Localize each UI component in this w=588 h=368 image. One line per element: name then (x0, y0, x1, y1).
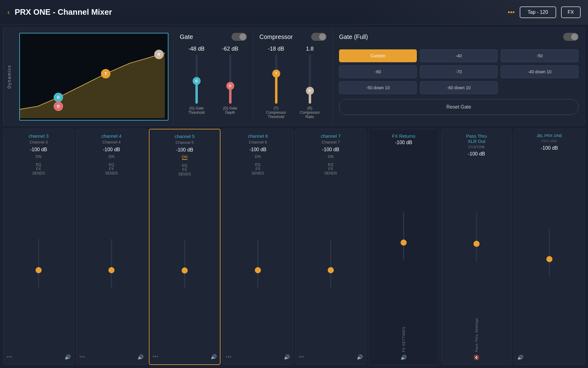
channel-4-mute-button[interactable]: 🔊 (138, 354, 144, 360)
jbl-fader-thumb[interactable] (546, 256, 552, 262)
channel-6-eq[interactable]: EQ (255, 163, 260, 167)
channel-4-fader[interactable] (107, 175, 116, 351)
gate-threshold-value: -48 dB (188, 46, 205, 52)
header-actions: ••• Tap - 120 FX (508, 6, 581, 18)
pass-thru-fader[interactable] (472, 159, 481, 316)
channel-7-mute-button[interactable]: 🔊 (357, 354, 363, 360)
svg-text:R: R (157, 52, 160, 57)
channel-5-fader-track (184, 239, 185, 288)
channel-5-fx[interactable]: FX (182, 168, 187, 172)
back-button[interactable]: ‹ (7, 8, 10, 17)
graph-canvas: G T D R (19, 33, 168, 121)
channel-7-dn[interactable]: DN (328, 154, 334, 159)
channel-5-fader[interactable] (180, 176, 189, 351)
dynamics-panel: Dynamics G T (3, 28, 585, 126)
gate-depth-thumb[interactable]: D (226, 82, 234, 90)
channel-5-mute-button[interactable]: 🔊 (211, 354, 217, 360)
dynamics-label: Dynamics (3, 28, 14, 125)
fx-returns-mute-button[interactable]: 🔊 (401, 355, 407, 360)
gate-full-section: Gate (Full) Custom -40 -50 -60 -70 -40 d… (333, 28, 585, 125)
preset-minus50-button[interactable]: -50 (501, 49, 579, 62)
tap-tempo-button[interactable]: Tap - 120 (520, 6, 556, 18)
channel-7-fader[interactable] (326, 175, 335, 351)
channel-3-fader[interactable] (34, 175, 43, 351)
gate-full-toggle[interactable] (563, 33, 579, 41)
gate-threshold-track[interactable]: G (195, 55, 198, 104)
compressor-toggle[interactable] (311, 33, 326, 41)
preset-minus70-button[interactable]: -70 (420, 65, 498, 78)
channel-6-mute-button[interactable]: 🔊 (284, 354, 290, 360)
channel-5-name: channel 5 (175, 134, 194, 139)
channel-6-more-button[interactable]: ••• (226, 354, 232, 360)
gate-full-header: Gate (Full) (339, 33, 579, 41)
channel-4-sub: Channel 4 (102, 140, 120, 144)
jbl-fader[interactable] (545, 153, 554, 352)
channel-3-fader-thumb[interactable] (36, 267, 42, 273)
channel-4-fx[interactable]: FX (109, 167, 114, 171)
gate-toggle[interactable] (232, 33, 247, 41)
preset-minus60-button[interactable]: -60 (339, 65, 417, 78)
channel-card-jbl: JBL PRX ONE PRX ONE -100 dB 🔊 (514, 129, 585, 365)
compressor-ratio-track[interactable]: R (309, 55, 311, 104)
channel-6-db: -100 dB (249, 147, 266, 152)
channel-3-mute-button[interactable]: 🔊 (65, 354, 71, 360)
channel-3-eq[interactable]: EQ (36, 163, 41, 167)
compressor-header: Compressor (259, 33, 326, 41)
jbl-mute-button[interactable]: 🔊 (517, 355, 523, 360)
preset-custom-button[interactable]: Custom (339, 49, 417, 62)
channel-4-more-button[interactable]: ••• (79, 354, 85, 360)
channel-5-eq[interactable]: EQ (182, 163, 187, 168)
channel-6-fader-thumb[interactable] (255, 267, 261, 273)
channel-6-sends[interactable]: SENDS (251, 171, 264, 175)
svg-text:T: T (104, 72, 107, 76)
gate-depth-slider-col: -62 dB D (D) Gate Depth (218, 46, 243, 115)
preset-minus40down10-button[interactable]: -40 down 10 (501, 65, 579, 78)
channel-5-more-button[interactable]: ••• (153, 354, 158, 360)
more-options-button[interactable]: ••• (508, 8, 515, 16)
svg-text:G: G (57, 95, 60, 100)
fx-settings-button[interactable]: FX SETTINGS (402, 327, 405, 352)
channel-5-fader-thumb[interactable] (182, 267, 188, 274)
pass-thru-db: -100 dB (468, 151, 485, 157)
compressor-ratio-thumb[interactable]: R (306, 87, 314, 95)
channel-6-dn[interactable]: DN (255, 154, 261, 159)
channel-7-eq[interactable]: EQ (328, 163, 333, 167)
channel-6-fx[interactable]: FX (255, 167, 260, 171)
fx-button[interactable]: FX (561, 6, 581, 18)
channel-7-fader-thumb[interactable] (328, 267, 334, 273)
pass-thru-mute-button[interactable]: 🔇 (473, 355, 480, 360)
channel-4-sends[interactable]: SENDS (105, 171, 118, 175)
channel-7-fx[interactable]: FX (328, 167, 333, 171)
channel-5-sends[interactable]: SENDS (178, 172, 191, 176)
channel-4-eq[interactable]: EQ (109, 163, 114, 167)
channel-card-ch5: channel 5 Channel 5 -100 dB DN EQ FX SEN… (149, 129, 221, 365)
reset-gate-button[interactable]: Reset Gate (339, 99, 579, 115)
gate-threshold-thumb[interactable]: G (193, 77, 201, 85)
fx-returns-fader-thumb[interactable] (401, 240, 407, 246)
gate-threshold-slider-col: -48 dB G (G) Gate Threshold (184, 46, 209, 115)
channel-card-pass-thru: Pass Thru XLR Out CUSTOM -100 dB Pass Th… (441, 129, 512, 365)
pass-thru-fader-thumb[interactable] (473, 241, 480, 247)
compressor-threshold-track[interactable]: T (275, 55, 277, 104)
channel-3-fx[interactable]: FX (36, 167, 41, 171)
pass-thru-settings-label[interactable]: Pass Thru Settings (475, 318, 478, 352)
fx-returns-fader[interactable] (399, 148, 408, 324)
compressor-threshold-thumb[interactable]: T (272, 70, 280, 78)
channel-5-dn[interactable]: DN (182, 155, 188, 160)
channel-6-fader[interactable] (253, 175, 262, 351)
channel-7-more-button[interactable]: ••• (299, 354, 304, 360)
channel-4-db: -100 dB (103, 147, 120, 152)
channel-3-more-button[interactable]: ••• (6, 354, 12, 360)
channel-4-dn[interactable]: DN (109, 154, 115, 159)
channel-3-dn[interactable]: DN (36, 154, 42, 159)
channel-3-fader-track (38, 239, 39, 288)
channel-4-fader-thumb[interactable] (108, 267, 115, 273)
gate-depth-track[interactable]: D (229, 55, 232, 104)
channel-3-sends[interactable]: SENDS (32, 171, 45, 175)
preset-minus50down10-button[interactable]: -50 down 10 (339, 81, 417, 94)
channel-7-sends[interactable]: SENDS (324, 171, 337, 175)
preset-minus40-button[interactable]: -40 (420, 49, 498, 62)
channel-4-fader-track (111, 239, 112, 288)
preset-minus60down10-button[interactable]: -60 down 10 (420, 81, 498, 94)
dynamics-curve: G T D R (20, 33, 168, 120)
